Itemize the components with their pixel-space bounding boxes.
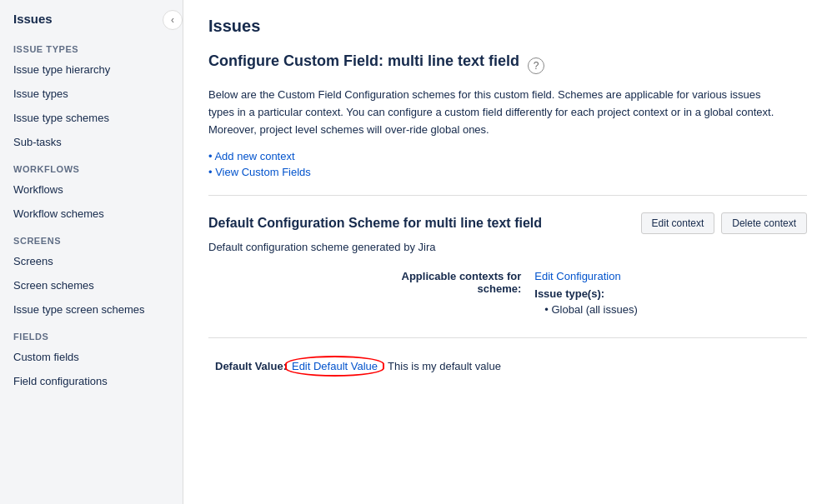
edit-default-value-link[interactable]: Edit Default Value xyxy=(292,360,378,372)
sidebar-section-fields: FIELDS xyxy=(0,322,183,345)
default-value-row: Default Value: Edit Default Value This i… xyxy=(208,355,807,377)
default-value-divider xyxy=(208,337,807,338)
sidebar-item-screens[interactable]: Screens xyxy=(0,249,183,273)
sidebar-item-custom-fields[interactable]: Custom fields xyxy=(0,345,183,369)
sidebar-item-workflows[interactable]: Workflows xyxy=(0,177,183,202)
help-icon[interactable]: ? xyxy=(528,57,544,74)
sidebar-section-screens: SCREENS xyxy=(0,226,183,249)
default-value-text: This is my default value xyxy=(388,360,501,372)
description-text: Below are the Custom Field Configuration… xyxy=(208,87,775,138)
scheme-header: Default Configuration Scheme for multi l… xyxy=(208,212,807,234)
sidebar-item-workflow-schemes[interactable]: Workflow schemes xyxy=(0,202,183,226)
issue-type-global: Global (all issues) xyxy=(544,303,800,316)
view-custom-fields-item: View Custom Fields xyxy=(208,166,807,178)
default-value-label: Default Value: xyxy=(215,360,287,372)
sidebar-section-issue-types: ISSUE TYPES xyxy=(0,34,183,57)
page-title: Issues xyxy=(208,17,807,36)
sidebar-header: Issues xyxy=(0,0,183,34)
sidebar-item-issue-type-screen-schemes[interactable]: Issue type screen schemes xyxy=(0,297,183,322)
sidebar-item-issue-type-schemes[interactable]: Issue type schemes xyxy=(0,106,183,130)
main-content: Issues Configure Custom Field: multi lin… xyxy=(183,0,832,504)
scheme-buttons: Edit context Delete context xyxy=(641,212,807,234)
edit-context-button[interactable]: Edit context xyxy=(641,212,715,234)
issue-types-label: Issue type(s): xyxy=(534,287,800,300)
scheme-description: Default configuration scheme generated b… xyxy=(208,241,807,253)
action-links: Add new context View Custom Fields xyxy=(208,150,807,178)
edit-configuration-link[interactable]: Edit Configuration xyxy=(534,270,620,282)
add-new-context-link[interactable]: Add new context xyxy=(214,150,294,162)
sidebar-item-screen-schemes[interactable]: Screen schemes xyxy=(0,273,183,297)
sidebar: Issues ‹ ISSUE TYPES Issue type hierarch… xyxy=(0,0,183,504)
applicable-contexts-row: Applicable contexts for scheme: Edit Con… xyxy=(208,265,807,321)
applicable-contexts-label: Applicable contexts for scheme: xyxy=(208,265,528,321)
divider xyxy=(208,195,807,196)
sidebar-toggle[interactable]: ‹ xyxy=(163,10,183,30)
delete-context-button[interactable]: Delete context xyxy=(721,212,807,234)
context-table: Applicable contexts for scheme: Edit Con… xyxy=(208,265,807,321)
sidebar-item-issue-types[interactable]: Issue types xyxy=(0,82,183,106)
scheme-title: Default Configuration Scheme for multi l… xyxy=(208,216,542,231)
sidebar-section-workflows: WORKFLOWS xyxy=(0,154,183,177)
sidebar-item-sub-tasks[interactable]: Sub-tasks xyxy=(0,130,183,154)
chevron-left-icon: ‹ xyxy=(171,14,174,26)
applicable-contexts-value: Edit Configuration Issue type(s): Global… xyxy=(528,265,807,321)
sidebar-item-issue-type-hierarchy[interactable]: Issue type hierarchy xyxy=(0,57,183,82)
view-custom-fields-link[interactable]: View Custom Fields xyxy=(215,166,311,178)
sidebar-item-field-configurations[interactable]: Field configurations xyxy=(0,369,183,393)
scheme-block: Default Configuration Scheme for multi l… xyxy=(208,212,807,377)
add-new-context-item: Add new context xyxy=(208,150,807,162)
section-title: Configure Custom Field: multi line text … xyxy=(208,52,519,70)
